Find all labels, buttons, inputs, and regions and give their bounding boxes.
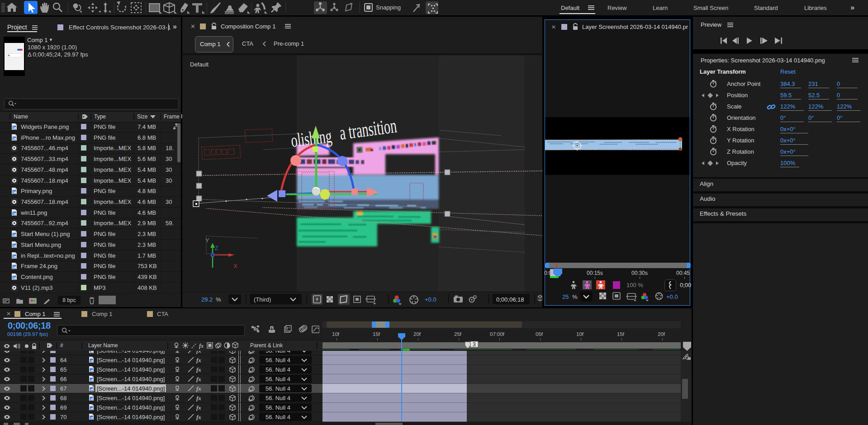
svg-text:Z: Z — [215, 245, 218, 251]
svg-text:fx: fx — [199, 343, 204, 349]
svg-text:3: 3 — [473, 341, 476, 348]
svg-text:Y: Y — [205, 237, 209, 244]
svg-text:Snapping: Snapping — [376, 4, 401, 11]
svg-text:X: X — [233, 263, 237, 269]
